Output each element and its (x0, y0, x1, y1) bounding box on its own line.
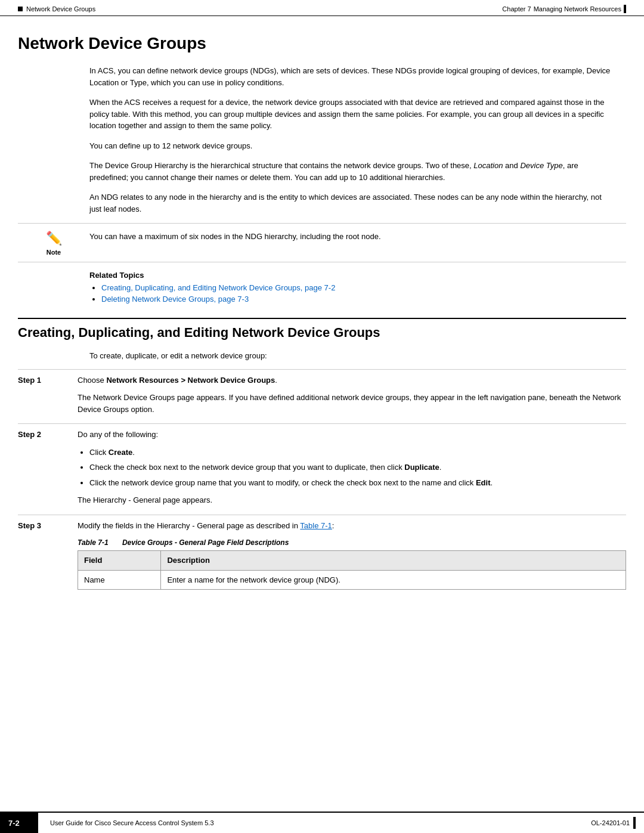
note-text: You can have a maximum of six nodes in t… (89, 230, 626, 243)
header-square-icon (18, 7, 23, 11)
footer-center-text: User Guide for Cisco Secure Access Contr… (38, 813, 583, 833)
header-left: Network Device Groups (18, 5, 95, 13)
table-cell-field: Name (78, 570, 161, 590)
step-3-instruction: Modify the fields in the Hierarchy - Gen… (78, 520, 626, 532)
table-row: Name Enter a name for the network device… (78, 570, 626, 590)
header-section-label: Network Device Groups (26, 5, 95, 13)
step-1-bold: Network Resources > Network Device Group… (106, 376, 275, 385)
table-number: Table 7-1 (78, 538, 109, 547)
steps-intro: To create, duplicate, or edit a network … (89, 350, 626, 362)
italic-location: Location (473, 161, 503, 170)
step-2-edit-bold: Edit (476, 478, 491, 487)
italic-device-type: Device Type (520, 161, 562, 170)
note-section: ✏️ Note You can have a maximum of six no… (18, 223, 626, 262)
list-item: Creating, Duplicating, and Editing Netwo… (101, 283, 626, 292)
step-3-content: Modify the fields in the Hierarchy - Gen… (78, 520, 626, 590)
related-topics-list: Creating, Duplicating, and Editing Netwo… (101, 283, 626, 304)
table-title: Device Groups - General Page Field Descr… (122, 538, 289, 547)
intro-para-2: When the ACS receives a request for a de… (89, 97, 614, 132)
footer-bar-right-icon (633, 817, 636, 829)
header-chapter-label: Chapter 7 (502, 5, 531, 13)
step-2-intro: Do any of the following: (78, 429, 626, 441)
step-2-row: Step 2 Do any of the following: Click Cr… (18, 423, 626, 515)
table-header: Field Description (78, 551, 626, 571)
step-3-row: Step 3 Modify the fields in the Hierarch… (18, 515, 626, 593)
related-topics: Related Topics Creating, Duplicating, an… (89, 271, 626, 304)
step-2-list: Click Create. Check the check box next t… (89, 447, 626, 489)
page-footer: 7-2 User Guide for Cisco Secure Access C… (0, 812, 644, 833)
footer-doc-number: OL-24201-01 (591, 819, 630, 826)
chapter-title: Network Device Groups (18, 34, 626, 53)
table-cell-description: Enter a name for the network device grou… (161, 570, 626, 590)
step-1-instruction: Choose Network Resources > Network Devic… (78, 374, 626, 386)
section2-heading: Creating, Duplicating, and Editing Netwo… (18, 318, 626, 340)
step-3-label: Step 3 (18, 520, 78, 530)
note-icon-area: ✏️ Note (18, 230, 89, 256)
step-2-create-bold: Create (109, 448, 132, 457)
note-label: Note (47, 249, 61, 256)
step-1-description: The Network Device Groups page appears. … (78, 392, 626, 415)
step-1-label: Step 1 (18, 374, 78, 385)
col-header-field: Field (78, 551, 161, 571)
header-chapter-title: Managing Network Resources (534, 5, 621, 13)
page-header: Network Device Groups Chapter 7 Managing… (0, 0, 644, 16)
step-1-row: Step 1 Choose Network Resources > Networ… (18, 369, 626, 424)
intro-para-1: In ACS, you can define network device gr… (89, 65, 614, 88)
header-bar-icon (624, 5, 626, 13)
page-content: Network Device Groups In ACS, you can de… (0, 16, 644, 640)
step-2-label: Step 2 (18, 429, 78, 439)
intro-para-3: You can define up to 12 network device g… (89, 140, 614, 152)
table-body: Name Enter a name for the network device… (78, 570, 626, 590)
list-item: Click Create. (89, 447, 626, 459)
note-pencil-icon: ✏️ (46, 231, 62, 246)
footer-page-number: 7-2 (0, 813, 36, 833)
related-link-2[interactable]: Deleting Network Device Groups, page 7-3 (101, 295, 249, 304)
intro-para-5: An NDG relates to any node in the hierar… (89, 191, 614, 215)
step-2-content: Do any of the following: Click Create. C… (78, 429, 626, 512)
table-header-row: Field Description (78, 551, 626, 571)
step-2-result: The Hierarchy - General page appears. (78, 494, 626, 506)
table-caption: Table 7-1 Device Groups - General Page F… (78, 537, 626, 548)
list-item: Check the check box next to the network … (89, 462, 626, 473)
col-header-description: Description (161, 551, 626, 571)
list-item: Click the network device group name that… (89, 477, 626, 489)
footer-right-area: OL-24201-01 (583, 813, 644, 833)
intro-body: In ACS, you can define network device gr… (89, 65, 614, 215)
field-descriptions-table: Field Description Name Enter a name for … (78, 550, 626, 590)
list-item: Deleting Network Device Groups, page 7-3 (101, 295, 626, 304)
table-link[interactable]: Table 7-1 (300, 521, 332, 530)
intro-para-4: The Device Group Hierarchy is the hierar… (89, 160, 614, 183)
step-2-duplicate-bold: Duplicate (404, 463, 439, 472)
related-topics-title: Related Topics (89, 271, 626, 280)
header-right: Chapter 7 Managing Network Resources (502, 5, 626, 13)
related-link-1[interactable]: Creating, Duplicating, and Editing Netwo… (101, 283, 335, 292)
step-1-content: Choose Network Resources > Network Devic… (78, 374, 626, 422)
